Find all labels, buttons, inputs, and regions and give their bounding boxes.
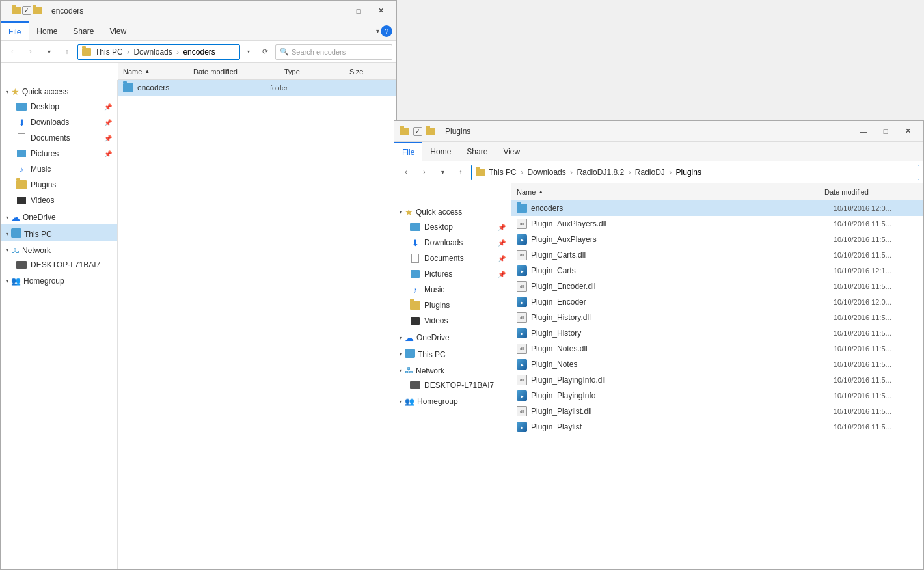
homegroup-header-1[interactable]: ▾ 👥 Homegroup <box>1 273 117 288</box>
file-row-3[interactable]: dll Plugin_Carts.dll 10/10/2016 11:5... <box>511 247 923 263</box>
sidebar-item-desktop-net-1[interactable]: DESKTOP-L71BAI7 <box>1 257 117 273</box>
thispc-icon-1 <box>11 228 21 239</box>
up-button-2[interactable]: ↑ <box>453 165 469 180</box>
chevron-down-icon-1[interactable]: ▾ <box>376 27 379 34</box>
onedrive-label-1: OneDrive <box>23 213 56 222</box>
up-button-1[interactable]: ↑ <box>59 44 75 60</box>
quick-access-header-2[interactable]: ▾ ★ Quick access <box>394 203 511 219</box>
file-row-10[interactable]: ▶ Plugin_Notes 10/10/2016 11:5... <box>511 357 923 372</box>
search-box-1[interactable]: 🔍 Search encoders <box>275 44 392 60</box>
window-plugins: ✓ Plugins — □ ✕ File Home Share View ‹ ›… <box>394 120 924 570</box>
chevron-icon-od-1: ▾ <box>6 215 8 221</box>
file-row-12[interactable]: ▶ Plugin_PlayingInfo 10/10/2016 11:5... <box>511 388 923 403</box>
col-type-1[interactable]: Type <box>279 63 344 79</box>
tab-home-2[interactable]: Home <box>422 142 459 161</box>
address-path-2[interactable]: This PC › Downloads › RadioDJ1.8.2 › Rad… <box>471 165 919 180</box>
dll-icon-11: dll <box>517 375 527 385</box>
homegroup-header-2[interactable]: ▾ 👥 Homegroup <box>394 393 511 408</box>
dropdown-button-1[interactable]: ▾ <box>41 44 57 60</box>
sidebar-item-downloads-2[interactable]: ⬇ Downloads 📌 <box>394 235 511 251</box>
back-button-2[interactable]: ‹ <box>398 165 414 180</box>
thispc-header-1[interactable]: ▾ This PC <box>1 224 117 241</box>
app-icon-10: ▶ <box>517 359 527 370</box>
onedrive-header-2[interactable]: ▾ ☁ OneDrive <box>394 329 511 345</box>
file-row-1[interactable]: dll Plugin_AuxPlayers.dll 10/10/2016 11:… <box>511 216 923 232</box>
close-button-2[interactable]: ✕ <box>897 124 918 139</box>
file-row-5[interactable]: dll Plugin_Encoder.dll 10/10/2016 11:5..… <box>511 278 923 294</box>
content-area-2: ▾ ★ Quick access Desktop 📌 ⬇ Downloads 📌 <box>394 200 923 569</box>
tab-home-1[interactable]: Home <box>29 21 65 40</box>
col-size-1[interactable]: Size <box>344 63 396 79</box>
sidebar-item-plugins-2[interactable]: Plugins <box>394 297 511 313</box>
sidebar-item-music-1[interactable]: ♪ Music <box>1 161 117 177</box>
address-path-1[interactable]: This PC › Downloads › encoders <box>77 44 240 60</box>
sidebar-item-music-2[interactable]: ♪ Music <box>394 282 511 297</box>
tab-share-2[interactable]: Share <box>459 142 495 161</box>
sidebar-item-pictures-2[interactable]: Pictures 📌 <box>394 266 511 282</box>
file-row-6[interactable]: ▶ Plugin_Encoder 10/10/2016 12:0... <box>511 294 923 310</box>
dropdown-button-2[interactable]: ▾ <box>435 165 450 180</box>
network-header-2[interactable]: ▾ 🖧 Network <box>394 362 511 377</box>
chevron-icon-net-1: ▾ <box>6 247 8 253</box>
sort-arrow-1: ▲ <box>144 68 150 74</box>
sidebar-item-pictures-1[interactable]: Pictures 📌 <box>1 146 117 161</box>
file-row-encoders-1[interactable]: encoders folder <box>118 80 396 96</box>
col-name-2[interactable]: Name ▲ <box>511 183 819 200</box>
sidebar-item-desktop-1[interactable]: Desktop 📌 <box>1 99 117 115</box>
file-row-11[interactable]: dll Plugin_PlayingInfo.dll 10/10/2016 11… <box>511 372 923 388</box>
app-icon-12: ▶ <box>517 390 527 401</box>
file-row-9[interactable]: dll Plugin_Notes.dll 10/10/2016 11:5... <box>511 341 923 357</box>
sidebar-item-desktop-2[interactable]: Desktop 📌 <box>394 219 511 235</box>
sidebar-item-documents-2[interactable]: Documents 📌 <box>394 251 511 266</box>
sidebar-item-desktop-net-2[interactable]: DESKTOP-L71BAI7 <box>394 377 511 393</box>
dll-icon-9: dll <box>517 344 527 354</box>
col-date-2[interactable]: Date modified <box>819 183 923 200</box>
close-button-1[interactable]: ✕ <box>370 3 391 19</box>
file-list-1: encoders folder <box>118 80 396 569</box>
chevron-icon-pc-1: ▾ <box>6 231 8 237</box>
onedrive-header-1[interactable]: ▾ ☁ OneDrive <box>1 208 117 224</box>
file-row-13[interactable]: dll Plugin_Playlist.dll 10/10/2016 11:5.… <box>511 403 923 419</box>
forward-button-2[interactable]: › <box>416 165 432 180</box>
pin-icon-docs-2: 📌 <box>498 255 506 262</box>
file-row-8[interactable]: ▶ Plugin_History 10/10/2016 11:5... <box>511 325 923 341</box>
col-name-1[interactable]: Name ▲ <box>118 63 188 79</box>
tab-view-2[interactable]: View <box>495 142 528 161</box>
file-row-2[interactable]: ▶ Plugin_AuxPlayers 10/10/2016 11:5... <box>511 232 923 247</box>
pin-icon-docs-1: 📌 <box>104 135 112 142</box>
homegroup-label-1: Homegroup <box>23 277 64 286</box>
tab-file-1[interactable]: File <box>1 21 29 40</box>
app-icon-4: ▶ <box>517 265 527 276</box>
maximize-button-2[interactable]: □ <box>875 124 896 139</box>
sidebar-item-downloads-1[interactable]: ⬇ Downloads 📌 <box>1 115 117 130</box>
tab-view-1[interactable]: View <box>102 21 134 40</box>
network-header-1[interactable]: ▾ 🖧 Network <box>1 241 117 257</box>
address-bar-1: ‹ › ▾ ↑ This PC › Downloads › encoders ▾… <box>1 41 396 63</box>
videos-icon-2 <box>410 316 420 326</box>
col-date-1[interactable]: Date modified <box>188 63 279 79</box>
minimize-button-1[interactable]: — <box>326 3 347 19</box>
file-row-7[interactable]: dll Plugin_History.dll 10/10/2016 11:5..… <box>511 310 923 325</box>
sidebar-item-videos-1[interactable]: Videos <box>1 193 117 208</box>
minimize-button-2[interactable]: — <box>853 124 874 139</box>
quick-access-header-1[interactable]: ▾ ★ Quick access <box>1 83 117 99</box>
sidebar-item-plugins-1[interactable]: Plugins <box>1 177 117 193</box>
refresh-button-1[interactable]: ⟳ <box>257 44 273 60</box>
pictures-icon-2 <box>410 269 420 279</box>
homegroup-icon-2: 👥 <box>405 397 414 406</box>
dll-icon-3: dll <box>517 250 527 260</box>
sidebar-item-documents-1[interactable]: Documents 📌 <box>1 130 117 146</box>
file-row-4[interactable]: ▶ Plugin_Carts 10/10/2016 12:1... <box>511 263 923 278</box>
path-dropdown-1[interactable]: ▾ <box>243 44 254 60</box>
back-button-1[interactable]: ‹ <box>5 44 20 60</box>
forward-button-1[interactable]: › <box>23 44 38 60</box>
file-row-14[interactable]: ▶ Plugin_Playlist 10/10/2016 11:5... <box>511 419 923 435</box>
file-row-0[interactable]: encoders 10/10/2016 12:0... <box>511 200 923 216</box>
tab-file-2[interactable]: File <box>394 142 422 161</box>
onedrive-icon-2: ☁ <box>405 332 414 343</box>
maximize-button-1[interactable]: □ <box>348 3 369 19</box>
thispc-header-2[interactable]: ▾ This PC <box>394 345 511 362</box>
help-icon-1[interactable]: ? <box>381 25 392 37</box>
sidebar-item-videos-2[interactable]: Videos <box>394 313 511 329</box>
tab-share-1[interactable]: Share <box>65 21 102 40</box>
